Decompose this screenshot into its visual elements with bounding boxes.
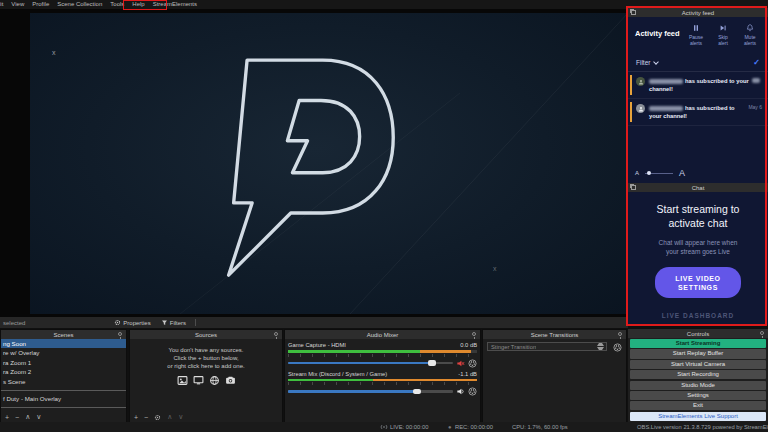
camera-source-icon bbox=[225, 375, 236, 386]
scene-separator bbox=[1, 407, 126, 408]
start-virtual-camera-button[interactable]: Start Virtual Camera bbox=[630, 360, 766, 369]
blurred-timestamp bbox=[752, 78, 760, 83]
add-source-button[interactable]: + bbox=[134, 414, 138, 421]
lightning-d-logo bbox=[195, 51, 405, 286]
scene-row[interactable]: s Scene bbox=[1, 377, 126, 386]
blurred-username bbox=[649, 79, 683, 84]
scene-row[interactable]: f Duty - Main Overlay bbox=[1, 394, 126, 403]
studio-mode-button[interactable]: Studio Mode bbox=[630, 381, 766, 390]
channel-name: Game Capture - HDMI bbox=[288, 342, 346, 349]
large-a-icon: A bbox=[679, 168, 685, 178]
source-toolbar: selected Properties Filters bbox=[0, 317, 628, 328]
canvas-x-marker: x bbox=[52, 49, 56, 56]
speaker-icon[interactable] bbox=[456, 387, 465, 396]
dock-popout-icon[interactable] bbox=[631, 185, 636, 190]
slider-handle[interactable] bbox=[647, 171, 651, 175]
streamelements-panel: Activity feed Activity feed Pause alerts… bbox=[628, 8, 768, 422]
start-streaming-button[interactable]: Start Streaming bbox=[630, 339, 766, 348]
live-time: LIVE: 00:00:00 bbox=[390, 422, 428, 432]
menu-item-help[interactable]: Help bbox=[128, 0, 148, 9]
menu-item-view[interactable]: View bbox=[7, 0, 28, 9]
version-label: OBS.Live version 21.3.8.729 powered by S… bbox=[637, 422, 768, 432]
scene-canvas[interactable]: x x bbox=[30, 13, 628, 314]
filter-dropdown[interactable]: Filter bbox=[636, 59, 650, 66]
transition-select[interactable]: Stinger Transition bbox=[487, 342, 607, 351]
small-a-icon: A bbox=[635, 170, 639, 176]
pause-alerts-button[interactable]: Pause alerts bbox=[686, 24, 706, 46]
mixer-dock-header: Audio Mixer bbox=[285, 330, 480, 339]
cpu-fps-stats: CPU: 1.7%, 60.00 fps bbox=[512, 422, 568, 432]
pin-icon[interactable] bbox=[472, 332, 476, 336]
display-source-icon bbox=[193, 375, 204, 386]
transitions-dock-header: Scene Transitions bbox=[483, 330, 626, 339]
pin-icon[interactable] bbox=[618, 332, 622, 336]
move-scene-down-button[interactable]: ∨ bbox=[36, 413, 41, 421]
scene-row[interactable]: ra Zoom 2 bbox=[1, 367, 126, 376]
channel-name: Stream Mix (Discord / System / Game) bbox=[288, 371, 387, 378]
start-replay-buffer-button[interactable]: Start Replay Buffer bbox=[630, 349, 766, 358]
scene-row[interactable]: ra Zoom 1 bbox=[1, 358, 126, 367]
chat-content: Start streaming to activate chat Chat wi… bbox=[628, 192, 768, 325]
properties-button[interactable]: Properties bbox=[109, 317, 155, 328]
user-icon bbox=[638, 79, 644, 85]
start-recording-button[interactable]: Start Recording bbox=[630, 370, 766, 379]
muted-speaker-icon[interactable] bbox=[456, 359, 465, 368]
channel-settings-gear-icon[interactable] bbox=[468, 359, 477, 368]
dock-popout-icon[interactable] bbox=[631, 10, 636, 15]
scene-row[interactable]: re w/ Overlay bbox=[1, 348, 126, 357]
menu-item-edit[interactable]: Edit bbox=[0, 0, 7, 9]
activity-feed-item[interactable]: has subscribed to your channel! bbox=[628, 72, 768, 99]
gear-icon bbox=[613, 343, 622, 352]
live-video-settings-button[interactable]: LIVE VIDEO SETTINGS bbox=[655, 267, 741, 298]
preview-area: x x bbox=[0, 9, 628, 317]
mute-alerts-button[interactable]: Mute alerts bbox=[740, 24, 760, 46]
scenes-dock: Scenes ng Soon re w/ Overlay ra Zoom 1 r… bbox=[0, 329, 127, 424]
menu-item-tools[interactable]: Tools bbox=[106, 0, 128, 9]
volume-slider[interactable] bbox=[288, 362, 453, 365]
feed-timestamp: May 6 bbox=[745, 104, 762, 120]
move-source-up-button[interactable]: ∧ bbox=[167, 413, 172, 421]
controls-content: Start Streaming Start Replay Buffer Star… bbox=[628, 338, 768, 422]
chevron-down-icon bbox=[654, 59, 660, 65]
volume-meter bbox=[288, 350, 477, 353]
menu-item-profile[interactable]: Profile bbox=[28, 0, 53, 9]
gear-icon bbox=[114, 319, 121, 326]
move-scene-up-button[interactable]: ∧ bbox=[25, 413, 30, 421]
pin-icon[interactable] bbox=[274, 332, 278, 336]
broadcast-icon bbox=[380, 423, 388, 431]
filters-button[interactable]: Filters bbox=[156, 317, 191, 328]
activity-feed-item[interactable]: has subscribed to your channel! May 6 bbox=[628, 99, 768, 126]
channel-db-value: -1.1 dB bbox=[458, 371, 477, 378]
sources-dock: Sources You don't have any sources. Clic… bbox=[129, 329, 283, 424]
menu-item-scene-collection[interactable]: Scene Collection bbox=[53, 0, 106, 9]
live-dashboard-link[interactable]: LIVE DASHBOARD bbox=[628, 312, 768, 319]
image-source-icon bbox=[177, 375, 188, 386]
add-scene-button[interactable]: + bbox=[5, 414, 9, 421]
mark-read-check-icon[interactable]: ✓ bbox=[753, 58, 760, 67]
remove-scene-button[interactable]: − bbox=[15, 414, 19, 421]
mixer-channel: Game Capture - HDMI 0.0 dB bbox=[285, 342, 480, 368]
sources-dock-header: Sources bbox=[130, 330, 282, 339]
channel-settings-gear-icon[interactable] bbox=[468, 387, 477, 396]
sources-empty-message: You don't have any sources. Click the + … bbox=[130, 346, 282, 370]
select-stepper-icon bbox=[594, 343, 604, 350]
bell-icon bbox=[746, 24, 754, 32]
font-size-slider[interactable]: A A bbox=[635, 168, 685, 178]
source-properties-gear-icon[interactable] bbox=[154, 414, 161, 421]
pin-icon[interactable] bbox=[118, 332, 122, 336]
pin-icon[interactable] bbox=[760, 331, 764, 335]
selected-source-label: selected bbox=[3, 320, 25, 326]
scene-row[interactable]: ng Soon bbox=[1, 339, 126, 348]
remove-source-button[interactable]: − bbox=[144, 414, 148, 421]
rec-time: REC: 00:00:00 bbox=[455, 422, 493, 432]
move-source-down-button[interactable]: ∨ bbox=[178, 413, 183, 421]
settings-button[interactable]: Settings bbox=[630, 391, 766, 400]
transition-properties-button[interactable] bbox=[612, 342, 622, 352]
scene-transitions-dock: Scene Transitions Stinger Transition bbox=[482, 329, 627, 424]
exit-button[interactable]: Exit bbox=[630, 401, 766, 410]
volume-slider[interactable] bbox=[288, 390, 453, 393]
skip-icon bbox=[719, 24, 727, 32]
streamelements-support-button[interactable]: StreamElements Live Support bbox=[630, 412, 766, 421]
menu-item-streamelements[interactable]: StreamElements bbox=[149, 0, 201, 9]
skip-alert-button[interactable]: Skip alert bbox=[713, 24, 733, 46]
